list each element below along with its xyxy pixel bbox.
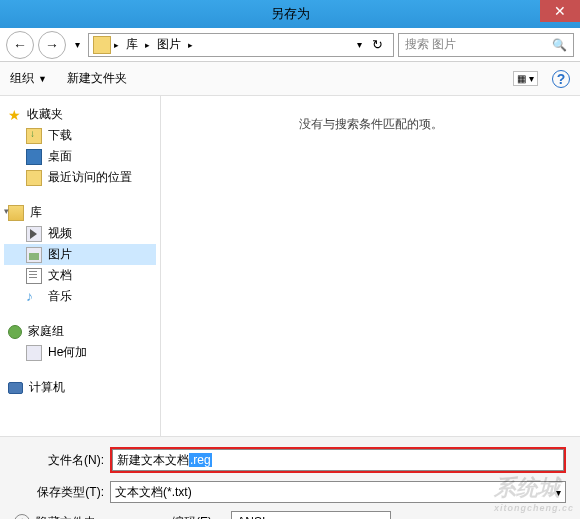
encoding-label: 编码(E): [172,514,215,520]
encoding-combo[interactable]: ANSI ▾ [231,511,391,519]
libraries-group: ▾ 库 视频 图片 文档 ♪音乐 [4,202,156,307]
sidebar: ★ 收藏夹 下载 桌面 最近访问的位置 ▾ 库 视频 图片 文档 ♪音乐 家庭组… [0,96,160,436]
window-title: 另存为 [271,5,310,23]
title-bar: 另存为 ✕ [0,0,580,28]
bottom-panel: 文件名(N): 新建文本文档.reg 保存类型(T): 文本文档(*.txt) … [0,436,580,519]
new-folder-label: 新建文件夹 [67,70,127,87]
filetype-combo[interactable]: 文本文档(*.txt) ▾ [110,481,566,503]
breadcrumb-caret: ▸ [111,40,122,50]
user-icon [26,345,42,361]
filename-highlight: 新建文本文档.reg [110,447,566,473]
expand-icon[interactable]: ▾ [4,206,9,216]
empty-message: 没有与搜索条件匹配的项。 [299,117,443,131]
breadcrumb-caret: ▸ [142,40,153,50]
sidebar-item-label: 图片 [48,246,72,263]
back-button[interactable]: ← [6,31,34,59]
body-area: ★ 收藏夹 下载 桌面 最近访问的位置 ▾ 库 视频 图片 文档 ♪音乐 家庭组… [0,96,580,436]
homegroup-group: 家庭组 He何加 [4,321,156,363]
homegroup-icon [8,325,22,339]
folder-icon [93,36,111,54]
breadcrumb-seg[interactable]: 图片 [153,36,185,53]
computer-label: 计算机 [29,379,65,396]
sidebar-item-label: 文档 [48,267,72,284]
new-folder-button[interactable]: 新建文件夹 [67,70,127,87]
sidebar-item-music[interactable]: ♪音乐 [4,286,156,307]
search-input[interactable]: 搜索 图片 🔍 [398,33,574,57]
content-pane: 没有与搜索条件匹配的项。 [161,96,580,436]
close-button[interactable]: ✕ [540,0,580,22]
refresh-button[interactable]: ↻ [366,37,389,52]
download-icon [26,128,42,144]
computer-group: 计算机 [4,377,156,398]
document-icon [26,268,42,284]
libraries-label: 库 [30,204,42,221]
recent-icon [26,170,42,186]
address-bar[interactable]: ▸ 库 ▸ 图片 ▸ ▾ ↻ [88,33,394,57]
sidebar-item-desktop[interactable]: 桌面 [4,146,156,167]
libraries-header[interactable]: 库 [4,202,156,223]
desktop-icon [26,149,42,165]
toolbar: 组织 ▼ 新建文件夹 ▦ ▾ ? [0,62,580,96]
search-placeholder: 搜索 图片 [405,36,552,53]
filename-input[interactable]: 新建文本文档.reg [112,449,564,471]
sidebar-item-pictures[interactable]: 图片 [4,244,156,265]
filetype-label: 保存类型(T): [14,484,104,501]
computer-icon [8,382,23,394]
star-icon: ★ [8,107,21,123]
sidebar-item-label: 音乐 [48,288,72,305]
organize-menu[interactable]: 组织 ▼ [10,70,47,87]
address-dropdown[interactable]: ▾ [353,39,366,50]
view-options[interactable]: ▦ ▾ [513,71,538,86]
homegroup-header[interactable]: 家庭组 [4,321,156,342]
filename-selection: .reg [189,453,212,467]
breadcrumb-caret: ▸ [185,40,196,50]
hide-folders-label: 隐藏文件夹 [36,514,96,520]
organize-label: 组织 [10,70,34,87]
music-icon: ♪ [26,289,42,305]
hide-folders-button[interactable]: ⌃ 隐藏文件夹 [14,514,96,520]
picture-icon [26,247,42,263]
help-button[interactable]: ? [552,70,570,88]
collapse-icon: ⌃ [14,514,30,519]
homegroup-label: 家庭组 [28,323,64,340]
breadcrumb-seg[interactable]: 库 [122,36,142,53]
sidebar-item-videos[interactable]: 视频 [4,223,156,244]
nav-bar: ← → ▾ ▸ 库 ▸ 图片 ▸ ▾ ↻ 搜索 图片 🔍 [0,28,580,62]
sidebar-item-label: He何加 [48,344,87,361]
chevron-down-icon: ▾ [556,487,561,498]
search-icon: 🔍 [552,38,567,52]
sidebar-item-label: 视频 [48,225,72,242]
history-dropdown[interactable]: ▾ [70,39,84,50]
computer-header[interactable]: 计算机 [4,377,156,398]
sidebar-item-label: 桌面 [48,148,72,165]
favorites-label: 收藏夹 [27,106,63,123]
filename-label: 文件名(N): [14,452,104,469]
sidebar-item-label: 下载 [48,127,72,144]
chevron-down-icon: ▼ [38,74,47,84]
sidebar-item-documents[interactable]: 文档 [4,265,156,286]
sidebar-item-recent[interactable]: 最近访问的位置 [4,167,156,188]
forward-button[interactable]: → [38,31,66,59]
sidebar-item-user[interactable]: He何加 [4,342,156,363]
favorites-header[interactable]: ★ 收藏夹 [4,104,156,125]
video-icon [26,226,42,242]
encoding-value: ANSI [237,515,265,519]
filetype-value: 文本文档(*.txt) [115,484,192,501]
sidebar-item-downloads[interactable]: 下载 [4,125,156,146]
sidebar-item-label: 最近访问的位置 [48,169,132,186]
filename-text: 新建文本文档 [117,452,189,469]
library-icon [8,205,24,221]
favorites-group: ★ 收藏夹 下载 桌面 最近访问的位置 [4,104,156,188]
